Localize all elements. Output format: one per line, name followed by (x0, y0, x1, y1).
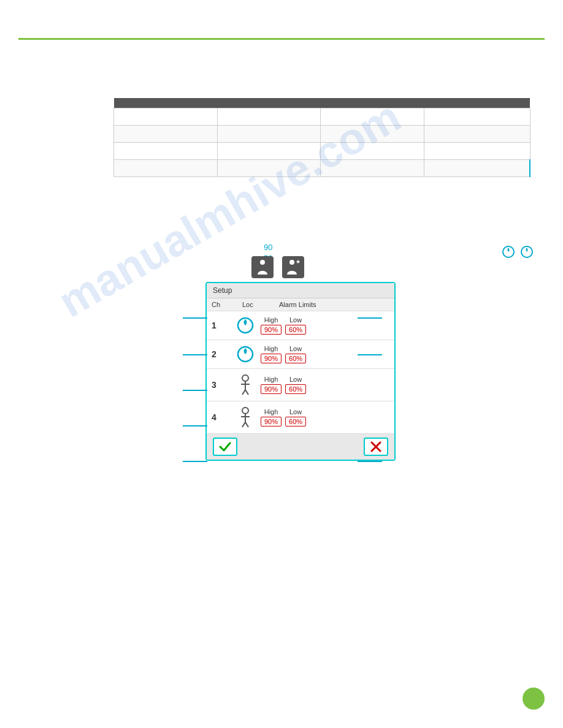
spo2-icon-group (502, 245, 534, 259)
alarm-high-value-1: 90% (261, 325, 282, 335)
table-cell (321, 160, 424, 177)
callout-line-right-2 (358, 354, 382, 355)
spo2-icon-1 (502, 245, 515, 259)
callout-line-3 (183, 390, 207, 391)
svg-point-1 (289, 260, 294, 265)
col-header-loc: Loc (242, 301, 279, 308)
spo2-icon-2 (520, 245, 534, 259)
table-cell (217, 160, 321, 177)
table-cell (321, 108, 424, 126)
table-row (114, 143, 530, 160)
svg-point-7 (242, 375, 248, 381)
alarm-low-4[interactable]: Low 60% (285, 408, 306, 427)
alarm-low-value-4: 60% (285, 417, 306, 427)
status-indicator (523, 688, 545, 710)
callout-line-5 (183, 461, 207, 462)
setup-dialog-title: Setup (207, 283, 394, 298)
setup-ch-3: 3 (212, 380, 230, 390)
setup-ch-2: 2 (212, 349, 230, 359)
table-cell (114, 126, 218, 143)
alarm-low-label-1: Low (289, 316, 302, 324)
svg-line-16 (245, 422, 248, 427)
main-table (113, 98, 530, 177)
alarm-low-label-4: Low (289, 408, 302, 415)
person-icon-button[interactable] (251, 256, 274, 278)
svg-point-12 (242, 408, 248, 414)
setup-row-1: 1 High 90% Low 60% (207, 311, 394, 340)
table-cell (424, 108, 530, 126)
callout-line-right-1 (358, 317, 382, 319)
table-cell (424, 126, 530, 143)
table-row (114, 108, 530, 126)
svg-line-10 (242, 390, 245, 395)
callout-line-2 (183, 354, 207, 355)
alarm-low-1[interactable]: Low 60% (285, 316, 306, 335)
table-header (114, 98, 530, 108)
table-cell (424, 143, 530, 160)
spo2-sensor-icon-1 (236, 316, 255, 335)
col-header-ch: Ch (212, 301, 242, 308)
alarm-low-label-2: Low (289, 345, 302, 352)
alarm-high-label-4: High (264, 408, 278, 415)
table-cell (217, 126, 321, 143)
person-star-icon-button[interactable]: ★ (282, 256, 304, 278)
table-cell (321, 143, 424, 160)
alarm-high-1[interactable]: High 90% (261, 316, 282, 335)
confirm-button[interactable] (213, 438, 237, 456)
alarm-high-value-3: 90% (261, 384, 282, 394)
alarm-high-value-4: 90% (261, 417, 282, 427)
svg-line-15 (242, 422, 245, 427)
callout-line-1 (183, 317, 207, 319)
alarm-low-3[interactable]: Low 60% (285, 376, 306, 394)
table-cell (217, 108, 321, 126)
table-cell (114, 143, 218, 160)
table-cell (114, 160, 218, 177)
table-cell (217, 143, 321, 160)
person-icon-4 (236, 406, 255, 428)
table-row (114, 126, 530, 143)
cancel-button[interactable] (364, 438, 388, 456)
setup-loc-3[interactable] (230, 374, 261, 396)
alarm-low-value-3: 60% (285, 384, 306, 394)
setup-alarm-3: High 90% Low 60% (261, 376, 389, 394)
setup-dialog-header: Ch Loc Alarm Limits (207, 298, 394, 311)
svg-text:★: ★ (296, 259, 301, 265)
alarm-high-label-3: High (264, 376, 278, 383)
setup-ch-4: 4 (212, 412, 230, 422)
person-icon-3 (236, 374, 255, 396)
setup-dialog: Setup Ch Loc Alarm Limits 1 High 90% Low… (205, 282, 396, 461)
setup-ch-1: 1 (212, 320, 230, 330)
person-icon-group: ★ (251, 256, 304, 278)
svg-line-11 (245, 390, 248, 395)
table-cell (114, 108, 218, 126)
data-table-section (113, 98, 530, 177)
alarm-high-value-2: 90% (261, 354, 282, 363)
setup-loc-1[interactable] (230, 316, 261, 335)
setup-loc-2[interactable] (230, 345, 261, 363)
callout-line-4 (183, 425, 207, 427)
table-row (114, 160, 530, 177)
alarm-high-2[interactable]: High 90% (261, 345, 282, 363)
alarm-high-4[interactable]: High 90% (261, 408, 282, 427)
callout-line-right-3 (358, 461, 382, 462)
setup-row-4: 4 High 90% Low 60% (207, 401, 394, 434)
table-cell (321, 126, 424, 143)
table-cell (424, 160, 530, 177)
alarm-high-label-1: High (264, 316, 278, 324)
svg-point-0 (260, 260, 265, 265)
alarm-low-value-1: 60% (285, 325, 306, 335)
col-header-alarm: Alarm Limits (279, 301, 389, 308)
alarm-low-label-3: Low (289, 376, 302, 383)
number-90: 90 (264, 242, 272, 253)
setup-row-3: 3 High 90% Low 60% (207, 369, 394, 401)
setup-alarm-4: High 90% Low 60% (261, 408, 389, 427)
alarm-low-2[interactable]: Low 60% (285, 345, 306, 363)
spo2-sensor-icon-2 (236, 345, 255, 363)
setup-dialog-footer (207, 434, 394, 460)
top-divider-line (18, 38, 545, 40)
alarm-high-label-2: High (264, 345, 278, 352)
alarm-high-3[interactable]: High 90% (261, 376, 282, 394)
alarm-low-value-2: 60% (285, 354, 306, 363)
setup-alarm-1: High 90% Low 60% (261, 316, 389, 335)
setup-loc-4[interactable] (230, 406, 261, 428)
